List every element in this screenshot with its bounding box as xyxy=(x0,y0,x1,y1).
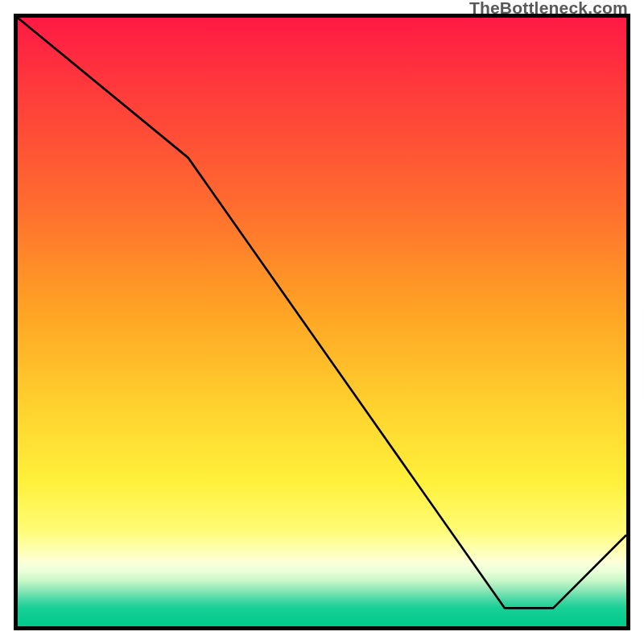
line-plot-svg xyxy=(18,18,626,626)
plot-area xyxy=(14,14,630,630)
bottleneck-curve xyxy=(18,18,626,608)
bottleneck-chart: TheBottleneck.com xyxy=(0,0,644,644)
